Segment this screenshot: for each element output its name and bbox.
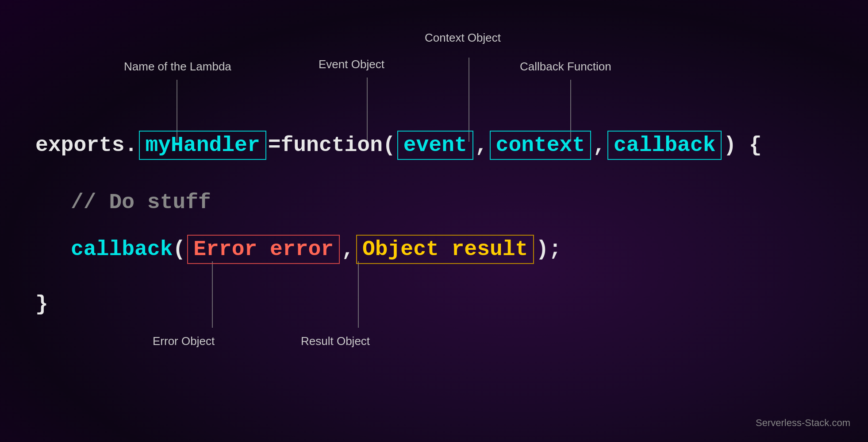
event-box: event <box>397 131 473 160</box>
object-result-box: Object result <box>356 235 534 264</box>
close-paren-semi: ); <box>536 237 561 261</box>
code-comment: // Do stuff <box>71 190 211 214</box>
code-line-1: exports. myHandler = function( event , c… <box>35 131 762 160</box>
label-callback-function: Callback Function <box>520 60 611 74</box>
function-kw: function( <box>281 133 396 157</box>
error-error-box: Error error <box>187 235 340 264</box>
comma1: , <box>475 133 488 157</box>
comma3: , <box>342 237 354 261</box>
label-result-object: Result Object <box>301 334 370 348</box>
callback2: callback <box>71 237 173 261</box>
code-closing-brace: } <box>35 292 48 316</box>
comma2: , <box>593 133 606 157</box>
label-event-object: Event Object <box>319 58 384 71</box>
open-paren: ( <box>173 237 185 261</box>
closing-brace: } <box>35 292 48 316</box>
close-paren-brace: ) { <box>723 133 761 157</box>
context-box: context <box>490 131 591 160</box>
label-lambda-name: Name of the Lambda <box>124 60 231 74</box>
handler-box: myHandler <box>139 131 266 160</box>
equals: = <box>268 133 281 157</box>
label-context-object: Context Object <box>425 31 501 45</box>
code-line-2: callback ( Error error , Object result )… <box>71 235 561 264</box>
watermark: Serverless-Stack.com <box>756 417 850 429</box>
comment-text: // Do stuff <box>71 190 211 214</box>
exports-dot: exports. <box>35 133 137 157</box>
callback-box: callback <box>607 131 722 160</box>
label-error-object: Error Object <box>153 334 215 348</box>
